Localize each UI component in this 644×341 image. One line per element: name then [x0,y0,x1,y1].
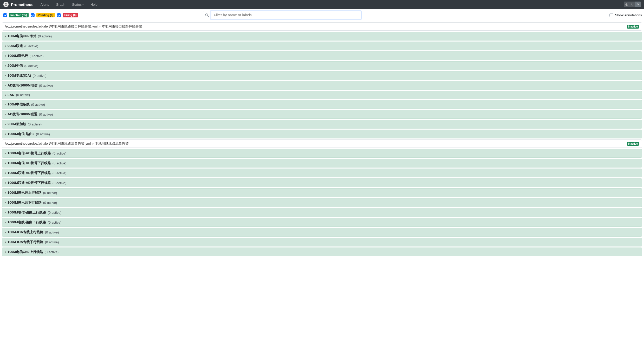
nav-alerts[interactable]: Alerts [38,3,51,6]
show-annotations-label: Show annotations [615,13,642,17]
rule-row[interactable]: ›1000M电信-路由上行线路(0 active) [2,208,642,217]
chevron-right-icon: › [5,181,6,185]
chevron-right-icon: › [5,240,6,244]
theme-light-icon[interactable]: ☀ [635,2,641,7]
active-count: (0 active) [48,211,61,215]
rule-name: AD拨号-1000M电信 [8,83,37,88]
active-count: (0 active) [39,112,53,116]
chevron-down-icon: ▾ [82,3,84,6]
rule-row[interactable]: ›100M电信CN2海外(0 active) [2,32,642,41]
chevron-right-icon: › [5,54,6,58]
show-annotations-checkbox[interactable] [609,13,613,17]
rule-name: 100M专线(IOA) [8,73,31,78]
active-count: (0 active) [24,44,38,48]
active-count: (0 active) [39,84,53,88]
theme-dark-icon[interactable]: ☾ [629,2,635,7]
rule-name: 100M电信CN2海外 [8,34,36,38]
firing-checkbox[interactable] [57,13,61,17]
rule-row[interactable]: ›100M-IOA专线上行线路(0 active) [2,228,642,237]
chevron-right-icon: › [5,93,6,97]
rule-group-path: /etc/prometheus/rules/ad-alert/本地网络线路接口掉… [5,24,97,29]
rule-name: 100M-IOA专线上行线路 [8,230,43,235]
chevron-right-icon: › [5,103,6,106]
active-count: (0 active) [28,122,42,126]
active-count: (0 active) [43,191,57,195]
chevron-right-icon: › [5,201,6,204]
rule-name: AD拨号-1000M联通 [8,112,37,117]
rule-row[interactable]: ›LAN(0 active) [2,91,642,99]
rule-row[interactable]: ›1000M联通-AD拨号下行线路(0 active) [2,178,642,187]
active-count: (0 active) [43,201,57,205]
rule-row[interactable]: ›1000M腾讯云上行线路(0 active) [2,188,642,197]
rule-name: 1000M电信-AD拨号上行线路 [8,151,51,156]
breadcrumb-separator: > [92,142,94,146]
chevron-right-icon: › [5,230,6,234]
active-count: (0 active) [24,64,38,68]
rule-row[interactable]: ›AD拨号-1000M联通(0 active) [2,110,642,119]
search-wrap [203,11,361,19]
rule-row[interactable]: ›100M-IOA专线下行线路(0 active) [2,238,642,246]
active-count: (0 active) [53,171,66,175]
rule-row[interactable]: ›1000M电信-AD拨号上行线路(0 active) [2,149,642,158]
rule-group-name: 本地网络接口线路掉线告警 [102,24,142,29]
active-count: (0 active) [16,93,30,97]
rule-name: 1000M联通-AD拨号下行线路 [8,171,51,175]
svg-line-3 [208,16,209,17]
pending-checkbox[interactable] [31,13,35,17]
chevron-right-icon: › [5,84,6,87]
rule-row[interactable]: ›200M中信(0 active) [2,61,642,70]
rule-row[interactable]: ›100M专线(IOA)(0 active) [2,71,642,80]
rule-group-header[interactable]: /etc/prometheus/rules/ad-alert/本地网络线路接口掉… [2,22,642,31]
chevron-right-icon: › [5,211,6,214]
search-icon[interactable] [203,11,211,19]
rule-row[interactable]: ›1000M联通-AD拨号下行线路(0 active) [2,169,642,177]
rule-row[interactable]: ›200M新加坡(0 active) [2,120,642,129]
rule-row[interactable]: ›1000M电信-AD拨号下行线路(0 active) [2,159,642,168]
nav-help[interactable]: Help [88,3,100,6]
status-badge: inactive [627,142,639,146]
chevron-right-icon: › [5,171,6,175]
active-count: (0 active) [53,181,66,185]
rule-row[interactable]: ›1000M电线-路由下行线路(0 active) [2,218,642,227]
brand-text[interactable]: Prometheus [11,2,34,7]
rule-name: 1000M腾讯云上行线路 [8,190,42,195]
rule-name: 1000M电信-AD拨号下行线路 [8,161,51,165]
chevron-right-icon: › [5,74,6,77]
rule-row[interactable]: ›900M联通(0 active) [2,42,642,50]
rule-row[interactable]: ›AD拨号-1000M电信(0 active) [2,81,642,90]
nav-status[interactable]: Status ▾ [70,3,86,6]
active-count: (0 active) [53,161,66,165]
svg-point-2 [206,14,208,16]
prometheus-logo-icon [3,2,9,7]
inactive-badge[interactable]: Inactive (55) [9,13,29,17]
navbar-left: Prometheus Alerts Graph Status ▾ Help [3,2,100,7]
active-count: (0 active) [45,240,59,244]
show-annotations-toggle[interactable]: Show annotations [608,12,642,18]
rule-name: 1000M联通-AD拨号下行线路 [8,180,51,185]
nav-graph[interactable]: Graph [54,3,68,6]
active-count: (0 active) [36,132,50,136]
chevron-right-icon: › [5,191,6,195]
rule-row[interactable]: ›1000M腾讯云(0 active) [2,51,642,60]
chevron-right-icon: › [5,220,6,224]
rule-group-header[interactable]: /etc/prometheus/rules/ad-alert/本地网络线路流量告… [2,139,642,148]
rule-name: 1000M电线-路由下行线路 [8,220,46,225]
firing-badge[interactable]: Firing (0) [63,13,78,17]
rules-block: ›1000M电信-AD拨号上行线路(0 active) ›1000M电信-AD拨… [2,149,642,256]
rule-name: 900M联通 [8,44,23,48]
breadcrumb-separator: > [99,25,101,29]
rule-row[interactable]: ›100M中信备线(0 active) [2,100,642,109]
rule-row[interactable]: ›1000M电信-路由2(0 active) [2,130,642,138]
theme-toggle: ◐ ☾ ☀ [624,2,641,7]
inactive-checkbox[interactable] [3,13,7,17]
pending-badge[interactable]: Pending (0) [36,13,55,17]
rule-row[interactable]: ›1000M腾讯云下行线路(0 active) [2,198,642,207]
search-input[interactable] [211,11,361,19]
rule-name: 200M中信 [8,63,23,68]
rule-group-path: /etc/prometheus/rules/ad-alert/本地网络线路流量告… [5,141,91,146]
rule-row[interactable]: ›100M电信CN2上行线路(0 active) [2,248,642,256]
chevron-right-icon: › [5,64,6,68]
rule-name: 1000M电信-路由上行线路 [8,210,46,215]
theme-auto-icon[interactable]: ◐ [624,2,629,7]
rule-name: 1000M电信-路由2 [8,132,34,136]
